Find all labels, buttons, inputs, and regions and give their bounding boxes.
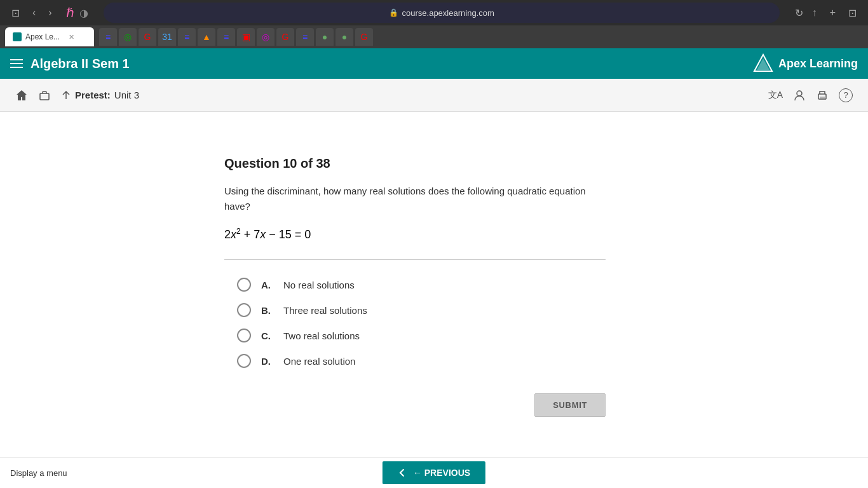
- lock-icon: 🔒: [389, 8, 398, 17]
- tab-6[interactable]: ≡: [178, 28, 196, 46]
- submit-button[interactable]: SUBMIT: [534, 393, 606, 417]
- tab-12[interactable]: ≡: [296, 28, 314, 46]
- letter-d: D.: [261, 356, 271, 367]
- question-text: Using the discriminant, how many real so…: [224, 184, 606, 214]
- app-title: Algebra II Sem 1: [31, 57, 130, 71]
- submit-area: SUBMIT: [224, 393, 618, 417]
- option-a[interactable]: A. No real solutions: [237, 278, 644, 292]
- equation-text: 2x2 + 7x − 15 = 0: [224, 228, 311, 241]
- extension-icon-shield: ◑: [79, 7, 88, 19]
- extension-icon-h: ℏ: [66, 5, 74, 20]
- window-controls[interactable]: ⊡: [8, 4, 24, 22]
- previous-label: ← PREVIOUS: [413, 468, 470, 478]
- address-bar[interactable]: 🔒 course.apexlearning.com: [104, 3, 780, 23]
- share-button[interactable]: ↑: [808, 4, 821, 22]
- letter-c: C.: [261, 330, 271, 341]
- tab-9[interactable]: ▣: [237, 28, 255, 46]
- app-title-container: Algebra II Sem 1: [10, 57, 130, 71]
- print-icon: [816, 89, 829, 102]
- previous-button[interactable]: ← PREVIOUS: [383, 461, 485, 484]
- option-a-text: No real solutions: [283, 280, 355, 290]
- option-c[interactable]: C. Two real solutions: [237, 329, 644, 342]
- home-icon: [15, 89, 28, 102]
- windows-button[interactable]: ⊡: [844, 4, 860, 22]
- main-content: Question 10 of 38 Using the discriminant…: [0, 112, 868, 480]
- briefcase-button[interactable]: [38, 89, 51, 102]
- left-arrow-icon: [398, 468, 407, 477]
- up-arrow-icon: [61, 90, 71, 100]
- sub-header: Pretest: Unit 3 文A ?: [0, 79, 868, 112]
- option-d[interactable]: D. One real solution: [237, 354, 644, 368]
- tab-13[interactable]: ●: [316, 28, 334, 46]
- person-button[interactable]: [793, 89, 806, 102]
- active-tab[interactable]: Apex Le... ✕: [5, 27, 94, 46]
- browser-titlebar: ⊡ ‹ › ℏ ◑ 🔒 course.apexlearning.com ↻ ↑ …: [0, 0, 868, 25]
- tab-3[interactable]: ◎: [119, 28, 137, 46]
- content-wrapper: Question 10 of 38 Using the discriminant…: [212, 137, 656, 468]
- svg-rect-5: [820, 97, 825, 98]
- tab-11[interactable]: G: [276, 28, 294, 46]
- tab-label: Apex Le...: [25, 32, 60, 41]
- svg-point-3: [797, 91, 802, 96]
- svg-rect-2: [40, 93, 49, 100]
- tab-14[interactable]: ●: [336, 28, 353, 46]
- sub-header-left: Pretest: Unit 3: [15, 89, 139, 102]
- tab-10[interactable]: ◎: [257, 28, 275, 46]
- app-header: Algebra II Sem 1 Apex Learning: [0, 48, 868, 79]
- pretest-text: Pretest:: [75, 90, 111, 100]
- sub-header-right: 文A ?: [768, 88, 853, 102]
- radio-c[interactable]: [237, 329, 251, 342]
- tab-2[interactable]: ≡: [99, 28, 117, 46]
- footer: Display a menu ← PREVIOUS: [0, 458, 868, 488]
- unit-text: Unit 3: [114, 90, 139, 100]
- apex-logo: Apex Learning: [753, 53, 858, 74]
- option-c-text: Two real solutions: [283, 330, 360, 341]
- briefcase-icon: [38, 89, 51, 102]
- person-icon: [793, 89, 806, 102]
- url-text: course.apexlearning.com: [402, 8, 494, 18]
- radio-b[interactable]: [237, 303, 251, 317]
- reload-icon[interactable]: ↻: [795, 7, 803, 19]
- letter-a: A.: [261, 280, 271, 290]
- question-header: Question 10 of 38: [224, 156, 644, 171]
- apex-logo-icon: [753, 53, 773, 74]
- hamburger-menu[interactable]: [10, 59, 23, 68]
- help-button[interactable]: ?: [839, 88, 853, 102]
- pretest-label: Pretest: Unit 3: [61, 90, 139, 100]
- radio-d[interactable]: [237, 354, 251, 368]
- tab-7[interactable]: ▲: [198, 28, 215, 46]
- option-b-text: Three real solutions: [283, 305, 367, 316]
- new-tab-button[interactable]: +: [826, 4, 839, 22]
- display-menu-button[interactable]: Display a menu: [0, 458, 78, 488]
- tab-favicon: [13, 32, 22, 41]
- tab-4[interactable]: G: [139, 28, 156, 46]
- home-button[interactable]: [15, 89, 28, 102]
- divider: [224, 259, 606, 260]
- tab-5[interactable]: 31: [158, 28, 176, 46]
- other-tabs: ≡ ◎ G 31 ≡ ▲ ≡ ▣ ◎ G ≡ ● ● G: [99, 28, 373, 46]
- tab-15[interactable]: G: [355, 28, 373, 46]
- radio-a[interactable]: [237, 278, 251, 292]
- tab-close[interactable]: ✕: [69, 33, 74, 41]
- forward-button[interactable]: ›: [44, 4, 55, 21]
- answer-options: A. No real solutions B. Three real solut…: [237, 278, 644, 368]
- browser-tab-bar: Apex Le... ✕ ≡ ◎ G 31 ≡ ▲ ≡ ▣ ◎ G ≡ ● ● …: [0, 25, 868, 48]
- option-d-text: One real solution: [283, 356, 355, 367]
- tab-8[interactable]: ≡: [217, 28, 235, 46]
- equation: 2x2 + 7x − 15 = 0: [224, 227, 644, 241]
- back-button[interactable]: ‹: [29, 4, 39, 21]
- option-b[interactable]: B. Three real solutions: [237, 303, 644, 317]
- apex-logo-text: Apex Learning: [778, 57, 858, 71]
- translate-button[interactable]: 文A: [768, 90, 783, 101]
- print-button[interactable]: [816, 89, 829, 102]
- letter-b: B.: [261, 305, 271, 316]
